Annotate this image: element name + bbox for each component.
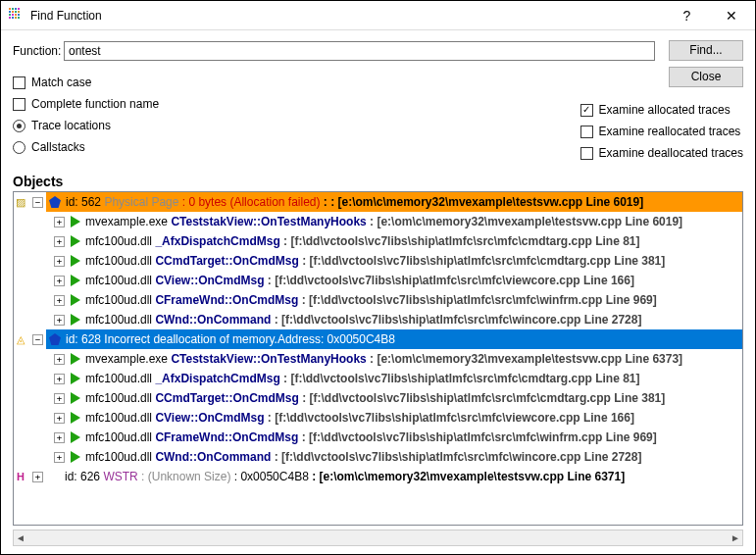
trace-locations-option[interactable]: Trace locations [13, 115, 580, 136]
expand-icon[interactable]: + [54, 432, 65, 443]
app-icon [9, 8, 25, 24]
checkbox-icon [13, 98, 25, 111]
match-case-label: Match case [31, 76, 91, 89]
examine-reallocated-label: Examine reallocated traces [599, 125, 741, 138]
expand-icon[interactable]: + [54, 374, 65, 384]
titlebar: Find Function ? ✕ [1, 1, 755, 30]
find-button[interactable]: Find... [669, 40, 743, 61]
tree-row[interactable]: +mfc100ud.dll _AfxDispatchCmdMsg : [f:\d… [14, 369, 742, 388]
arrow-icon [71, 294, 80, 306]
arrow-icon [71, 353, 80, 365]
tree-row[interactable]: +mfc100ud.dll CCmdTarget::OnCmdMsg : [f:… [14, 388, 742, 408]
row-text: mfc100ud.dll CFrameWnd::OnCmdMsg : [f:\d… [83, 293, 657, 307]
arrow-icon [71, 412, 80, 424]
gutter-icon: ▨ [14, 196, 27, 209]
expand-icon[interactable]: + [54, 256, 65, 267]
window-title: Find Function [30, 9, 665, 23]
tree-row[interactable]: H + id: 626 WSTR : (Unknown Size) : 0x00… [14, 467, 742, 486]
marker-icon [49, 196, 61, 208]
collapse-icon[interactable]: − [32, 334, 43, 345]
row-text: mfc100ud.dll _AfxDispatchCmdMsg : [f:\dd… [83, 372, 639, 385]
examine-allocated-label: Examine allocated traces [599, 103, 731, 117]
tree-row[interactable]: ◬ − id: 628 Incorrect deallocation of me… [14, 329, 742, 349]
row-text: mfc100ud.dll CCmdTarget::OnCmdMsg : [f:\… [83, 254, 665, 268]
tree-row[interactable]: +mfc100ud.dll CFrameWnd::OnCmdMsg : [f:\… [14, 428, 742, 447]
checkbox-icon [580, 147, 593, 160]
checkbox-icon [13, 76, 25, 89]
arrow-icon [71, 373, 80, 384]
objects-tree[interactable]: ▨ − id: 562 Physical Page : 0 bytes (All… [13, 191, 743, 526]
arrow-icon [71, 451, 80, 463]
objects-header: Objects [1, 172, 755, 191]
row-text: mfc100ud.dll CWnd::OnCommand : [f:\dd\vc… [83, 450, 641, 464]
radio-icon [13, 141, 25, 154]
row-text: mfc100ud.dll CFrameWnd::OnCmdMsg : [f:\d… [83, 430, 657, 444]
expand-icon[interactable]: + [54, 276, 65, 286]
checkbox-icon [580, 126, 593, 138]
row-text: mfc100ud.dll CCmdTarget::OnCmdMsg : [f:\… [83, 391, 665, 405]
tree-row[interactable]: +mfc100ud.dll CWnd::OnCommand : [f:\dd\v… [14, 310, 742, 329]
callstacks-option[interactable]: Callstacks [13, 136, 580, 158]
row-text: mfc100ud.dll CWnd::OnCommand : [f:\dd\vc… [83, 313, 641, 327]
expand-icon[interactable]: + [54, 354, 65, 365]
arrow-icon [71, 431, 80, 443]
tree-row[interactable]: +mfc100ud.dll _AfxDispatchCmdMsg : [f:\d… [14, 231, 742, 251]
arrow-icon [71, 314, 80, 326]
help-button[interactable]: ? [665, 2, 709, 29]
arrow-icon [71, 235, 80, 247]
expand-icon[interactable]: + [54, 315, 65, 326]
row-text: mfc100ud.dll CView::OnCmdMsg : [f:\dd\vc… [83, 411, 634, 425]
expand-icon[interactable]: + [32, 472, 43, 482]
function-label: Function: [13, 44, 64, 58]
expand-icon[interactable]: + [54, 236, 65, 247]
tree-row[interactable]: +mfc100ud.dll CCmdTarget::OnCmdMsg : [f:… [14, 251, 742, 271]
row-text: mfc100ud.dll CView::OnCmdMsg : [f:\dd\vc… [83, 274, 634, 287]
arrow-icon [71, 216, 80, 227]
close-button[interactable]: Close [669, 67, 743, 87]
function-input[interactable] [64, 41, 655, 61]
tree-row[interactable]: +mfc100ud.dll CView::OnCmdMsg : [f:\dd\v… [14, 408, 742, 428]
tree-row[interactable]: +mvexample.exe CTeststakView::OnTestMany… [14, 212, 742, 231]
marker-icon [49, 333, 61, 345]
complete-name-option[interactable]: Complete function name [13, 93, 580, 115]
expand-icon[interactable]: + [54, 295, 65, 306]
tree-row[interactable]: +mfc100ud.dll CWnd::OnCommand : [f:\dd\v… [14, 447, 742, 467]
radio-icon [13, 120, 25, 132]
trace-locations-label: Trace locations [31, 119, 111, 132]
collapse-icon[interactable]: − [32, 197, 43, 208]
examine-allocated-option[interactable]: Examine allocated traces [580, 99, 743, 121]
row-text: mvexample.exe CTeststakView::OnTestManyH… [83, 352, 682, 366]
expand-icon[interactable]: + [54, 393, 65, 404]
examine-deallocated-label: Examine deallocated traces [599, 146, 743, 160]
scroll-right-icon[interactable]: ► [731, 532, 740, 543]
warning-icon: ◬ [14, 333, 27, 346]
arrow-icon [71, 255, 80, 267]
complete-name-label: Complete function name [31, 97, 159, 111]
row-text: mfc100ud.dll _AfxDispatchCmdMsg : [f:\dd… [83, 234, 639, 248]
checkbox-icon [580, 104, 593, 117]
scroll-left-icon[interactable]: ◄ [16, 532, 25, 543]
match-case-option[interactable]: Match case [13, 72, 580, 93]
tree-row[interactable]: ▨ − id: 562 Physical Page : 0 bytes (All… [14, 192, 742, 212]
expand-icon[interactable]: + [54, 217, 65, 227]
row-text: id: 562 Physical Page : 0 bytes (Allocat… [64, 195, 643, 209]
examine-reallocated-option[interactable]: Examine reallocated traces [580, 121, 743, 142]
row-text: mvexample.exe CTeststakView::OnTestManyH… [83, 215, 682, 228]
tree-row[interactable]: +mvexample.exe CTeststakView::OnTestMany… [14, 349, 742, 369]
tree-row[interactable]: +mfc100ud.dll CFrameWnd::OnCmdMsg : [f:\… [14, 290, 742, 310]
examine-deallocated-option[interactable]: Examine deallocated traces [580, 142, 743, 164]
expand-icon[interactable]: + [54, 452, 65, 463]
row-text: id: 628 Incorrect deallocation of memory… [64, 332, 395, 346]
tree-row[interactable]: +mfc100ud.dll CView::OnCmdMsg : [f:\dd\v… [14, 271, 742, 290]
horizontal-scrollbar[interactable]: ◄ ► [13, 530, 743, 546]
h-icon: H [14, 471, 27, 482]
close-window-button[interactable]: ✕ [709, 2, 753, 29]
row-text: id: 626 WSTR : (Unknown Size) : 0x0050C4… [63, 470, 625, 483]
arrow-icon [71, 275, 80, 286]
arrow-icon [71, 392, 80, 404]
expand-icon[interactable]: + [54, 413, 65, 424]
callstacks-label: Callstacks [31, 140, 85, 154]
